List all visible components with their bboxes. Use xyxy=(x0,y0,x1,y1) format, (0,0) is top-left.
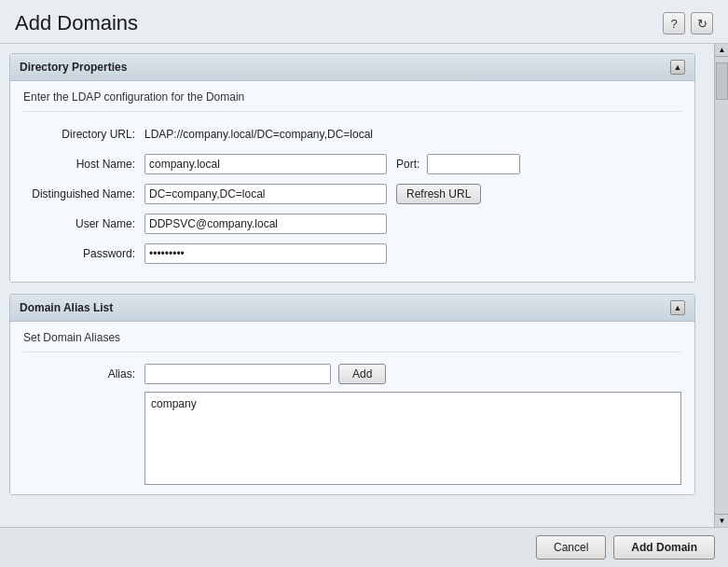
directory-url-row: Directory URL: LDAP://company.local/DC=c… xyxy=(23,123,681,145)
port-label: Port: xyxy=(396,158,419,171)
domain-alias-title: Domain Alias List xyxy=(20,301,113,314)
header-icons: ? ↻ xyxy=(663,12,713,35)
alias-list-item: company xyxy=(149,396,677,411)
domain-alias-body: Set Domain Aliases Alias: Add company xyxy=(10,322,694,494)
password-label: Password: xyxy=(23,247,144,260)
directory-properties-description: Enter the LDAP configuration for the Dom… xyxy=(23,90,681,112)
alias-label: Alias: xyxy=(23,367,144,380)
help-icon-button[interactable]: ? xyxy=(663,12,685,35)
help-icon: ? xyxy=(670,17,677,31)
alias-input-row: Alias: Add xyxy=(23,364,681,384)
directory-properties-panel: Directory Properties ▲ Enter the LDAP co… xyxy=(9,53,695,283)
directory-collapse-button[interactable]: ▲ xyxy=(670,60,685,75)
cancel-button[interactable]: Cancel xyxy=(536,535,606,560)
scrollbar-down-arrow[interactable]: ▼ xyxy=(715,514,728,527)
alias-collapse-button[interactable]: ▲ xyxy=(670,300,685,315)
page-header: Add Domains ? ↻ xyxy=(0,0,728,44)
distinguished-name-input[interactable] xyxy=(144,184,387,204)
domain-alias-header: Domain Alias List ▲ xyxy=(10,295,694,322)
page-title: Add Domains xyxy=(15,11,138,35)
footer-bar: Cancel Add Domain xyxy=(0,527,728,567)
username-row: User Name: xyxy=(23,213,681,235)
domain-alias-description: Set Domain Aliases xyxy=(23,331,681,353)
distinguished-name-row: Distinguished Name: Refresh URL xyxy=(23,183,681,205)
domain-alias-panel: Domain Alias List ▲ Set Domain Aliases A… xyxy=(9,294,695,495)
directory-properties-title: Directory Properties xyxy=(20,61,127,74)
scrollbar-up-arrow[interactable]: ▲ xyxy=(715,44,728,57)
password-input[interactable] xyxy=(144,243,387,264)
username-label: User Name: xyxy=(23,217,144,230)
username-input[interactable] xyxy=(144,214,387,234)
add-domain-button[interactable]: Add Domain xyxy=(613,535,715,560)
scrollbar-track: ▲ ▼ xyxy=(714,44,728,527)
directory-url-label: Directory URL: xyxy=(23,128,144,141)
directory-properties-header: Directory Properties ▲ xyxy=(10,54,694,81)
scrollbar-thumb[interactable] xyxy=(716,62,728,100)
add-alias-button[interactable]: Add xyxy=(338,364,386,384)
refresh-url-button[interactable]: Refresh URL xyxy=(396,184,481,204)
port-input[interactable] xyxy=(427,154,520,174)
inner-content: Directory Properties ▲ Enter the LDAP co… xyxy=(0,44,714,527)
directory-properties-body: Enter the LDAP configuration for the Dom… xyxy=(10,81,694,282)
password-row: Password: xyxy=(23,242,681,265)
hostname-input[interactable] xyxy=(144,154,387,174)
alias-input[interactable] xyxy=(144,364,331,384)
hostname-row: Host Name: Port: xyxy=(23,153,681,175)
directory-url-value: LDAP://company.local/DC=company,DC=local xyxy=(144,128,373,141)
hostname-label: Host Name: xyxy=(23,158,144,171)
refresh-icon-button[interactable]: ↻ xyxy=(691,12,713,35)
refresh-icon: ↻ xyxy=(697,17,707,31)
distinguished-name-label: Distinguished Name: xyxy=(23,187,144,201)
alias-list: company xyxy=(144,392,681,485)
main-container: Add Domains ? ↻ Directory Properties ▲ E… xyxy=(0,0,728,567)
